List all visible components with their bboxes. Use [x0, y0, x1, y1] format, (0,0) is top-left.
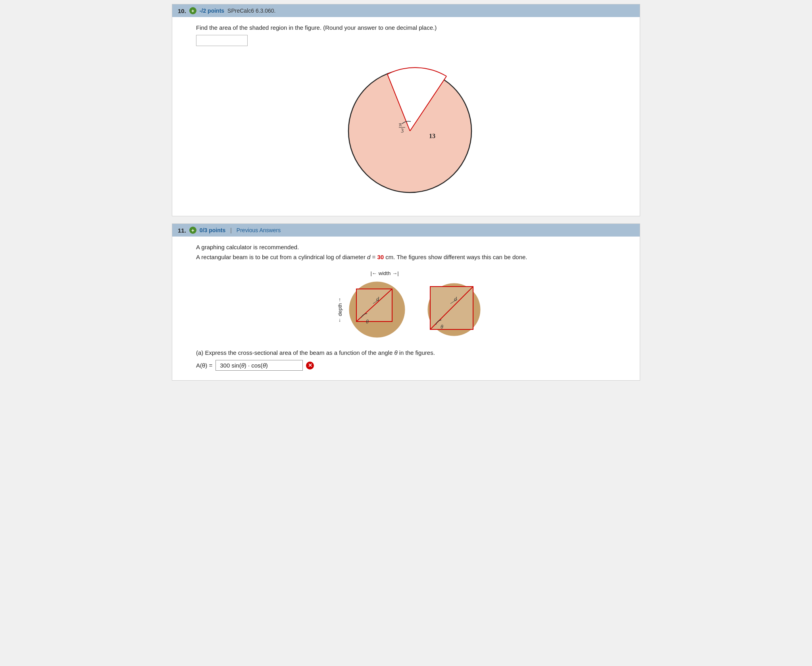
- q10-body: Find the area of the shaded region in th…: [172, 17, 640, 216]
- sub-a-end: in the figures.: [398, 349, 435, 356]
- question-11-block: 11. + 0/3 points | Previous Answers A gr…: [172, 223, 640, 381]
- sub-a-text: (a) Express the cross-sectional area of …: [196, 349, 624, 356]
- q10-radius-label: 13: [429, 133, 435, 139]
- beam-circle-left: d θ: [345, 278, 409, 341]
- q10-answer-input[interactable]: [196, 35, 248, 46]
- question-10-block: 10. + -/2 points SPreCalc6 6.3.060. Find…: [172, 4, 640, 216]
- answer-value: 300 sin(: [220, 362, 241, 369]
- depth-arrow: ↑ depth ↓: [337, 296, 343, 323]
- previous-answers-link[interactable]: Previous Answers: [237, 227, 281, 233]
- answer-row-a: A(θ) = 300 sin(θ) · cos(θ) ✕: [196, 360, 624, 371]
- q11-d-label: d: [367, 254, 370, 260]
- q10-figure: π 3 13: [196, 52, 624, 202]
- beam-diagram-right: d θ: [425, 267, 483, 341]
- q11-eq: =: [372, 254, 376, 260]
- q10-circle-svg: π 3 13: [343, 52, 477, 202]
- q11-desc-post: The figures show different ways this can…: [396, 254, 527, 260]
- q11-val: 30: [377, 254, 384, 260]
- sub-a-label: (a) Express the cross-sectional area of …: [196, 349, 394, 356]
- q10-header: 10. + -/2 points SPreCalc6 6.3.060.: [172, 4, 640, 17]
- beam-figure: |← width →| ↑ depth ↓: [196, 267, 624, 341]
- svg-text:3: 3: [401, 128, 404, 134]
- q11-points: 0/3 points: [200, 227, 225, 233]
- beam-diagram-left: |← width →| ↑ depth ↓: [337, 270, 409, 341]
- svg-text:π: π: [399, 121, 402, 127]
- q10-problem-id: SPreCalc6 6.3.060.: [227, 8, 275, 14]
- width-label: width: [379, 270, 391, 276]
- q11-intro: A graphing calculator is recommended.: [196, 244, 624, 250]
- q11-plus-icon: +: [189, 227, 196, 234]
- q11-desc: A rectangular beam is to be cut from a c…: [196, 254, 624, 260]
- q11-desc-pre: A rectangular beam is to be cut from a c…: [196, 254, 366, 260]
- svg-text:θ: θ: [441, 324, 443, 330]
- sub-question-a: (a) Express the cross-sectional area of …: [196, 349, 624, 356]
- q10-plus-icon: +: [189, 7, 196, 14]
- q10-instruction: Find the area of the shaded region in th…: [196, 24, 624, 31]
- q11-pipe: |: [230, 227, 232, 233]
- a-theta-label: A(θ) =: [196, 362, 212, 369]
- width-arrow: |← width →|: [370, 270, 398, 276]
- q10-number: 10.: [178, 8, 186, 14]
- q11-number: 11.: [178, 227, 186, 234]
- q11-body: A graphing calculator is recommended. A …: [172, 237, 640, 380]
- svg-text:θ: θ: [366, 319, 369, 325]
- q11-unit: cm.: [385, 254, 395, 260]
- q10-points: -/2 points: [200, 8, 224, 14]
- beam-circle-right: d θ: [425, 278, 483, 341]
- wrong-icon[interactable]: ✕: [306, 362, 314, 370]
- depth-label: depth: [337, 303, 343, 316]
- q11-header: 11. + 0/3 points | Previous Answers: [172, 224, 640, 237]
- page-container: 10. + -/2 points SPreCalc6 6.3.060. Find…: [168, 0, 644, 392]
- answer-box-a: 300 sin(θ) · cos(θ): [216, 360, 303, 371]
- theta-symbol: θ: [394, 349, 397, 356]
